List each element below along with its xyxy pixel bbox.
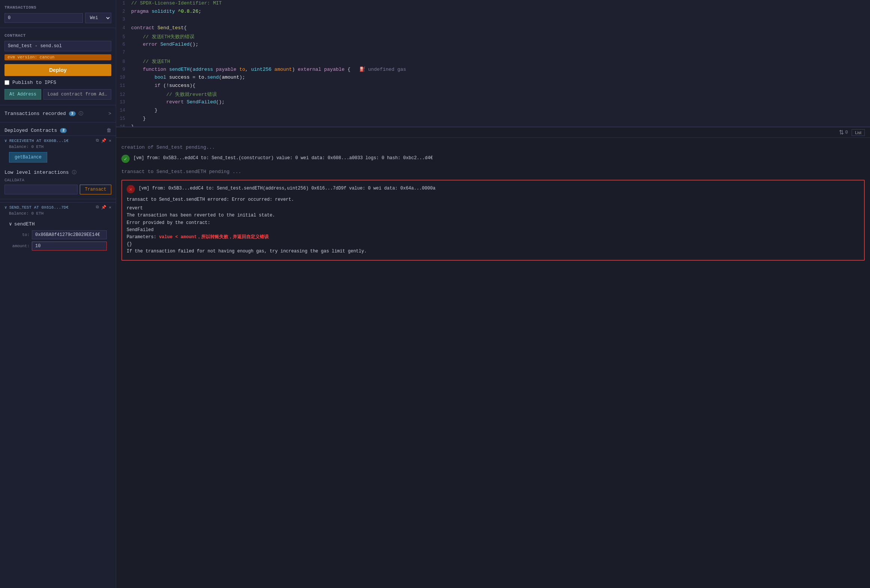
load-contract-button[interactable]: Load contract from Addre...	[43, 89, 111, 100]
contract2-chevron[interactable]: ∨	[4, 205, 7, 210]
deployed-badge: 2	[60, 128, 67, 133]
code-line-7: 7	[116, 49, 870, 58]
error-line8: If the transaction failed for not having…	[127, 248, 860, 255]
code-line-16: 16 }	[116, 124, 870, 127]
contract1-balance: Balance: 0 ETH	[4, 143, 111, 151]
calldata-label: CALLDATA	[0, 177, 116, 183]
contract-select[interactable]: Send_test - send.sol	[4, 41, 111, 51]
amount-input[interactable]	[32, 242, 107, 251]
low-level-label: Low level interactions	[4, 170, 69, 175]
error-line2: revert	[127, 205, 860, 212]
contract1-chevron[interactable]: ∨	[4, 138, 7, 143]
transact-button[interactable]: Transact	[80, 185, 111, 194]
chevron-right-icon[interactable]: >	[108, 111, 111, 116]
code-line-1: 1 // SPDX-License-Identifier: MIT	[116, 0, 870, 8]
x-mark-icon: ✕	[129, 186, 132, 193]
amount-field: amount:	[4, 240, 111, 252]
at-address-row: At Address Load contract from Addre...	[0, 87, 116, 102]
calldata-row: Transact	[0, 183, 116, 196]
right-panel: 1 // SPDX-License-Identifier: MIT 2 prag…	[116, 0, 870, 588]
contract2-item: ∨ SEND_TEST AT 0X616...7D€ ⧉ 📌 ✕ Balance…	[0, 202, 116, 255]
deploy-button[interactable]: Deploy	[4, 64, 111, 76]
list-button[interactable]: List	[852, 129, 865, 136]
transactions-recorded-label: Transactions recorded	[4, 111, 66, 116]
tx-error-body: transact to Send_test.sendETH errored: E…	[127, 196, 860, 255]
unit-select[interactable]: Wei Gwei Finney Ether	[85, 13, 111, 23]
error-line4: Error provided by the contract:	[127, 219, 860, 227]
code-line-2: 2 pragma solidity ^0.8.26;	[116, 8, 870, 16]
trash-icon[interactable]: 🗑	[106, 128, 111, 133]
terminal[interactable]: creation of Send_test pending... ✓ [vm] …	[116, 138, 870, 588]
code-line-3: 3	[116, 16, 870, 25]
tx-error-icon: ✕	[127, 185, 135, 193]
contract-select-wrap: Send_test - send.sol	[0, 39, 116, 53]
contract2-header: ∨ SEND_TEST AT 0X616...7D€ ⧉ 📌 ✕	[4, 205, 111, 210]
send-eth-label: sendETH	[14, 221, 35, 227]
tx-success-icon: ✓	[121, 155, 130, 163]
contract2-name: SEND_TEST AT 0X616...7D€	[9, 205, 69, 210]
deployed-contracts-label: Deployed Contracts	[4, 128, 57, 133]
tx-success-text: [vm] from: 0x5B3...eddC4 to: Send_test.(…	[133, 155, 433, 161]
publish-ipfs-checkbox[interactable]	[4, 80, 9, 85]
error-line1: transact to Send_test.sendETH errored: E…	[127, 196, 860, 203]
close-icon-1[interactable]: ✕	[109, 138, 111, 143]
code-editor: 1 // SPDX-License-Identifier: MIT 2 prag…	[116, 0, 870, 127]
low-level-section: Low level interactions ⓘ	[0, 166, 116, 177]
code-line-10: 10 bool success = to.send(amount);	[116, 74, 870, 82]
tx-error-header: ✕ [vm] from: 0x5B3...eddC4 to: Send_test…	[127, 185, 860, 193]
tx-error-box: ✕ [vm] from: 0x5B3...eddC4 to: Send_test…	[121, 180, 865, 261]
deployed-contracts-section: Deployed Contracts 2 🗑	[0, 125, 116, 136]
contract2-icons: ⧉ 📌 ✕	[96, 205, 111, 210]
pin-icon-2[interactable]: 📌	[101, 205, 106, 210]
get-balance-button[interactable]: getBalance	[9, 152, 47, 163]
contract-label: CONTRACT	[0, 31, 116, 39]
pending-msg-1: creation of Send_test pending...	[121, 142, 865, 152]
code-line-9: 9 function sendETH(address payable to, u…	[116, 66, 870, 74]
error-line7: {}	[127, 241, 860, 248]
terminal-count: 0	[845, 130, 848, 135]
error-highlight: value < amount，所以转账失败，并返回自定义错误	[159, 234, 269, 240]
check-icon: ✓	[124, 156, 127, 162]
to-label: to:	[9, 233, 30, 237]
code-line-13: 13 revert SendFailed();	[116, 99, 870, 107]
calldata-input[interactable]	[4, 185, 78, 194]
contract1-name: RECEIVEETH AT 0X86B...1€	[9, 139, 69, 143]
transactions-label: TRANSACTIONS	[0, 3, 116, 11]
contract1-icons: ⧉ 📌 ✕	[96, 138, 111, 143]
to-field: to:	[4, 229, 111, 240]
amount-label: amount:	[9, 244, 30, 248]
send-eth-header: ∨ sendETH	[4, 219, 111, 229]
info-icon[interactable]: ⓘ	[79, 110, 83, 117]
pin-icon-1[interactable]: 📌	[101, 138, 106, 143]
contract2-balance: Balance: 0 ETH	[4, 210, 111, 217]
copy-icon-1[interactable]: ⧉	[96, 138, 99, 143]
value-input[interactable]	[4, 13, 83, 23]
code-line-8: 8 // 发送ETH	[116, 58, 870, 66]
collapse-button[interactable]: ⇅	[837, 129, 845, 136]
terminal-toolbar: ⇅ 0 List	[116, 127, 870, 138]
evm-badge: evm version: cancun	[4, 54, 111, 60]
error-line3: The transaction has been reverted to the…	[127, 212, 860, 219]
copy-icon-2[interactable]: ⧉	[96, 205, 99, 210]
publish-ipfs-label: Publish to IPFS	[12, 80, 56, 85]
transactions-recorded-section: Transactions recorded 3 ⓘ >	[0, 108, 116, 119]
publish-ipfs-row: Publish to IPFS	[0, 78, 116, 87]
code-line-6: 6 error SendFailed();	[116, 41, 870, 49]
code-line-4: 4 contract Send_test{	[116, 25, 870, 33]
error-line5: SendFailed	[127, 227, 860, 234]
send-eth-chevron[interactable]: ∨	[9, 221, 12, 227]
transactions-badge: 3	[69, 111, 76, 116]
code-line-5: 5 // 发送ETH失败的错误	[116, 33, 870, 41]
low-level-info-icon[interactable]: ⓘ	[72, 169, 76, 176]
tx-error-title: [vm] from: 0x5B3...eddC4 to: Send_test.s…	[139, 185, 435, 192]
code-line-11: 11 if (!success){	[116, 82, 870, 91]
code-line-12: 12 // 失败就revert错误	[116, 91, 870, 99]
to-input[interactable]	[32, 230, 107, 239]
contract1-header: ∨ RECEIVEETH AT 0X86B...1€ ⧉ 📌 ✕	[4, 138, 111, 143]
close-icon-2[interactable]: ✕	[109, 205, 111, 210]
code-line-15: 15 }	[116, 115, 870, 124]
value-row: Wei Gwei Finney Ether	[0, 11, 116, 25]
error-line6: Parameters: value < amount，所以转账失败，并返回自定义…	[127, 234, 860, 241]
at-address-button[interactable]: At Address	[4, 89, 41, 100]
tx-success: ✓ [vm] from: 0x5B3...eddC4 to: Send_test…	[121, 152, 865, 166]
